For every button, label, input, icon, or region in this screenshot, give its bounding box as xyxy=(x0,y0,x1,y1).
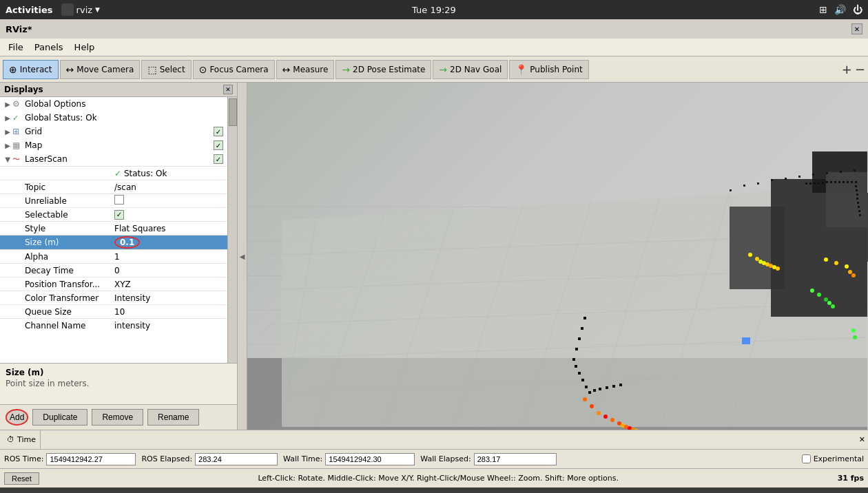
scroll-thumb[interactable] xyxy=(229,98,237,126)
status-info-title: Size (m) xyxy=(6,368,231,377)
grid-check[interactable] xyxy=(214,127,225,137)
power-icon[interactable]: ⏻ xyxy=(853,4,862,15)
svg-point-75 xyxy=(845,264,849,269)
buttons-area: Add Duplicate Remove Rename xyxy=(0,404,237,430)
experimental-label: Experimental xyxy=(814,454,864,463)
prop-size[interactable]: Size (m) 0.1 xyxy=(0,235,227,249)
svg-point-136 xyxy=(748,253,752,257)
svg-point-36 xyxy=(603,415,608,419)
displays-panel: Displays ✕ ▶ ⚙ Global Options ▶ ✓ Global… xyxy=(0,83,238,430)
add-display-icon[interactable]: + xyxy=(842,62,852,76)
svg-rect-120 xyxy=(826,181,828,183)
remove-button[interactable]: Remove xyxy=(92,409,143,426)
3d-scene[interactable] xyxy=(247,83,868,430)
prop-queue-size[interactable]: Queue Size 10 xyxy=(0,304,227,318)
remove-display-icon[interactable]: − xyxy=(855,62,865,76)
display-global-options[interactable]: ▶ ⚙ Global Options xyxy=(0,97,227,111)
prop-pos-transform[interactable]: Position Transfor... XYZ xyxy=(0,277,227,291)
network-icon: ⊞ xyxy=(819,4,827,15)
collapse-panel-button[interactable]: ◀ xyxy=(238,83,247,430)
2d-nav-icon: → xyxy=(439,64,447,75)
ros-time-field: ROS Time: xyxy=(4,453,136,465)
app-indicator: rviz ▼ xyxy=(61,3,100,16)
menu-panels[interactable]: Panels xyxy=(29,41,69,54)
prop-alpha[interactable]: Alpha 1 xyxy=(0,249,227,263)
tool-move-camera[interactable]: ↔ Move Camera xyxy=(60,60,141,79)
menu-help[interactable]: Help xyxy=(69,41,101,54)
map-check[interactable] xyxy=(214,140,225,151)
prop-unreliable[interactable]: Unreliable xyxy=(0,193,227,207)
rename-button[interactable]: Rename xyxy=(147,409,199,426)
svg-rect-123 xyxy=(838,181,840,183)
reset-button[interactable]: Reset xyxy=(4,472,39,485)
add-button[interactable]: Add xyxy=(6,409,28,426)
experimental-checkbox[interactable] xyxy=(802,454,811,463)
close-button[interactable]: ✕ xyxy=(851,23,862,34)
tool-focus-camera[interactable]: ⊙ Focus Camera xyxy=(193,60,275,79)
tool-select[interactable]: ⬚ Select xyxy=(141,60,191,79)
svg-rect-20 xyxy=(730,207,785,289)
prop-color-transform[interactable]: Color Transformer Intensity xyxy=(0,291,227,304)
panel-close-button[interactable]: ✕ xyxy=(223,85,233,94)
tool-2d-pose[interactable]: → 2D Pose Estimate xyxy=(335,60,431,79)
laserscan-check[interactable] xyxy=(214,154,225,165)
main-area: Displays ✕ ▶ ⚙ Global Options ▶ ✓ Global… xyxy=(0,83,868,430)
svg-rect-28 xyxy=(798,176,800,178)
svg-point-37 xyxy=(610,418,614,422)
svg-rect-84 xyxy=(578,372,581,375)
scroll-track[interactable] xyxy=(227,97,237,363)
tool-interact[interactable]: ⊕ Interact xyxy=(3,60,59,79)
help-bar: Reset Left-Click: Rotate. Middle-Click: … xyxy=(0,468,868,487)
global-status-label: Global Status: Ok xyxy=(25,113,225,123)
svg-rect-25 xyxy=(757,182,759,185)
svg-point-38 xyxy=(617,421,621,426)
duplicate-button[interactable]: Duplicate xyxy=(32,409,87,426)
map-icon: ▦ xyxy=(12,140,23,150)
prop-decay-time[interactable]: Decay Time 0 xyxy=(0,263,227,277)
map-label: Map xyxy=(25,140,212,150)
svg-point-71 xyxy=(827,301,831,305)
svg-point-143 xyxy=(776,266,780,271)
svg-point-68 xyxy=(810,289,814,293)
ros-elapsed-field: ROS Elapsed: xyxy=(141,453,278,465)
tool-measure[interactable]: ↔ Measure xyxy=(276,60,335,79)
tool-2d-nav[interactable]: → 2D Nav Goal xyxy=(433,60,508,79)
prop-topic[interactable]: Topic /scan xyxy=(0,180,227,193)
svg-rect-132 xyxy=(857,202,859,204)
ros-elapsed-input[interactable] xyxy=(195,453,278,465)
time-icon: ⏱ xyxy=(7,435,14,444)
ros-time-input[interactable] xyxy=(46,453,136,465)
svg-rect-129 xyxy=(856,189,858,191)
svg-rect-131 xyxy=(856,198,858,200)
svg-rect-82 xyxy=(572,358,575,361)
display-laserscan[interactable]: ▼ 〜 LaserScan xyxy=(0,152,227,166)
activities-label[interactable]: Activities xyxy=(6,5,53,15)
svg-point-74 xyxy=(834,261,838,265)
prop-selectable[interactable]: Selectable xyxy=(0,207,227,221)
svg-rect-91 xyxy=(612,385,615,388)
selectable-check[interactable] xyxy=(114,210,124,220)
wall-elapsed-input[interactable] xyxy=(474,453,557,465)
volume-icon[interactable]: 🔊 xyxy=(834,4,846,15)
svg-rect-79 xyxy=(581,327,583,330)
experimental-field: Experimental xyxy=(802,454,864,463)
tool-publish-point[interactable]: 📍 Publish Point xyxy=(509,60,588,79)
system-bar: Activities rviz ▼ Tue 19:29 ⊞ 🔊 ⏻ xyxy=(0,0,868,19)
global-status-icon: ✓ xyxy=(12,114,23,123)
prop-channel-name[interactable]: Channel Name intensity xyxy=(0,318,227,332)
svg-rect-124 xyxy=(843,181,845,183)
menu-file[interactable]: File xyxy=(3,41,29,54)
unreliable-check[interactable] xyxy=(114,195,124,204)
display-global-status[interactable]: ▶ ✓ Global Status: Ok xyxy=(0,111,227,125)
wall-time-input[interactable] xyxy=(325,453,415,465)
size-value[interactable]: 0.1 xyxy=(114,236,140,249)
display-map[interactable]: ▶ ▦ Map xyxy=(0,138,227,152)
display-list: ▶ ⚙ Global Options ▶ ✓ Global Status: Ok… xyxy=(0,97,227,363)
svg-rect-133 xyxy=(858,206,860,208)
svg-point-72 xyxy=(831,304,835,308)
prop-style[interactable]: Style Flat Squares xyxy=(0,221,227,235)
move-camera-icon: ↔ xyxy=(66,64,74,75)
viewport[interactable] xyxy=(247,83,868,430)
time-close-button[interactable]: ✕ xyxy=(859,435,865,444)
display-grid[interactable]: ▶ ⊞ Grid xyxy=(0,125,227,138)
